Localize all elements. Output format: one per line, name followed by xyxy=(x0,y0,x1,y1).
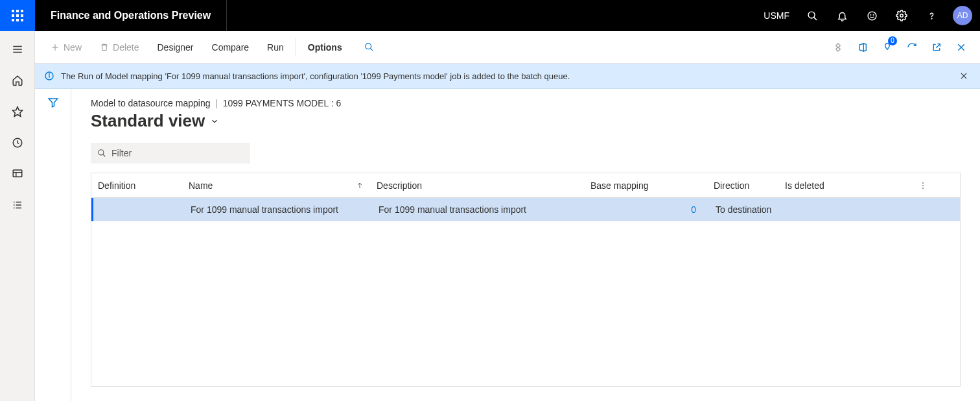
avatar[interactable]: AD xyxy=(953,6,972,25)
banner-close-button[interactable] xyxy=(957,69,971,83)
svg-point-38 xyxy=(922,188,924,189)
col-direction[interactable]: Direction xyxy=(707,180,778,191)
popout-icon xyxy=(931,42,942,53)
cell-description: For 1099 manual transactions import xyxy=(372,204,586,215)
notifications-button[interactable] xyxy=(828,0,856,31)
close-icon xyxy=(959,71,968,80)
trash-icon xyxy=(100,43,109,52)
nav-workspaces-button[interactable] xyxy=(0,160,35,188)
col-name[interactable]: Name xyxy=(182,180,370,191)
nav-home-button[interactable] xyxy=(0,66,35,95)
svg-point-4 xyxy=(873,14,874,15)
svg-point-6 xyxy=(931,18,932,19)
search-icon xyxy=(364,42,374,52)
modules-icon xyxy=(12,199,23,211)
svg-point-23 xyxy=(366,43,371,49)
smiley-icon xyxy=(867,10,878,21)
col-base-mapping[interactable]: Base mapping xyxy=(584,180,707,191)
gear-icon xyxy=(896,10,907,21)
data-grid: Definition Name Description Base mapping… xyxy=(91,173,961,387)
breadcrumb-page: Model to datasource mapping xyxy=(91,98,210,108)
nav-modules-button[interactable] xyxy=(0,191,35,219)
breadcrumb-context: 1099 PAYMENTS MODEL : 6 xyxy=(223,98,342,108)
chevron-down-icon xyxy=(210,117,219,126)
pin-button[interactable]: 0 xyxy=(876,31,898,64)
settings-button[interactable] xyxy=(888,0,915,31)
breadcrumb: Model to datasource mapping | 1099 PAYME… xyxy=(91,98,961,108)
view-selector[interactable]: Standard view xyxy=(91,111,961,131)
office-button[interactable] xyxy=(852,31,874,64)
search-icon xyxy=(807,10,818,21)
plus-icon xyxy=(51,43,60,52)
more-vertical-icon xyxy=(918,181,928,190)
app-title: Finance and Operations Preview xyxy=(35,0,227,31)
svg-line-1 xyxy=(813,17,816,19)
popout-button[interactable] xyxy=(926,31,948,64)
compare-button[interactable]: Compare xyxy=(204,31,257,64)
new-button[interactable]: New xyxy=(43,31,89,64)
delete-label: Delete xyxy=(113,42,139,53)
nav-menu-button[interactable] xyxy=(0,35,35,64)
home-icon xyxy=(12,75,23,86)
svg-point-36 xyxy=(922,182,924,184)
grid-header: Definition Name Description Base mapping… xyxy=(91,173,960,198)
close-icon xyxy=(956,42,966,53)
office-icon xyxy=(858,42,868,53)
run-button[interactable]: Run xyxy=(259,31,292,64)
svg-rect-12 xyxy=(13,170,22,177)
help-button[interactable] xyxy=(918,0,945,31)
col-description[interactable]: Description xyxy=(370,180,584,191)
search-icon xyxy=(97,149,106,158)
pin-badge: 0 xyxy=(888,36,897,45)
table-row[interactable]: For 1099 manual transactions import For … xyxy=(91,198,960,221)
quick-filter[interactable] xyxy=(91,143,250,164)
col-definition[interactable]: Definition xyxy=(91,180,182,191)
waffle-icon xyxy=(12,10,23,21)
svg-point-5 xyxy=(900,14,904,18)
refresh-button[interactable] xyxy=(901,31,923,64)
info-banner: The Run of Model mapping 'For 1099 manua… xyxy=(35,64,980,89)
cell-direction: To destination xyxy=(709,204,780,215)
nav-recent-button[interactable] xyxy=(0,128,35,157)
svg-point-2 xyxy=(868,12,876,20)
svg-point-3 xyxy=(870,14,871,15)
feedback-button[interactable] xyxy=(858,0,885,31)
svg-marker-10 xyxy=(12,107,22,117)
designer-button[interactable]: Designer xyxy=(149,31,201,64)
filter-rail xyxy=(35,89,71,401)
new-label: New xyxy=(64,42,82,53)
delete-button[interactable]: Delete xyxy=(92,31,146,64)
col-is-deleted[interactable]: Is deleted xyxy=(778,180,895,191)
options-button[interactable]: Options xyxy=(300,31,350,64)
cell-name: For 1099 manual transactions import xyxy=(184,204,372,215)
star-icon xyxy=(12,106,23,117)
bell-icon xyxy=(837,10,848,21)
workspace-icon xyxy=(12,168,23,180)
cell-base-mapping[interactable]: 0 xyxy=(586,204,709,215)
svg-line-34 xyxy=(103,154,106,157)
app-launcher-button[interactable] xyxy=(0,0,35,31)
svg-point-29 xyxy=(49,74,50,75)
info-icon xyxy=(44,71,54,81)
nav-favorites-button[interactable] xyxy=(0,97,35,126)
company-code[interactable]: USMF xyxy=(757,10,796,21)
attachments-button[interactable] xyxy=(827,31,849,64)
svg-line-24 xyxy=(370,48,373,51)
refresh-icon xyxy=(907,42,917,53)
funnel-icon xyxy=(47,97,59,108)
banner-message: The Run of Model mapping 'For 1099 manua… xyxy=(61,71,570,81)
hamburger-icon xyxy=(12,43,23,55)
close-button[interactable] xyxy=(950,31,972,64)
actionbar-search-button[interactable] xyxy=(353,31,386,64)
view-title: Standard view xyxy=(91,111,205,131)
search-button[interactable] xyxy=(799,0,826,31)
sort-asc-icon xyxy=(356,182,364,189)
filter-pane-toggle[interactable] xyxy=(47,97,59,401)
clock-icon xyxy=(12,137,23,149)
nav-sidebar xyxy=(0,31,35,401)
quick-filter-input[interactable] xyxy=(111,148,244,158)
svg-point-37 xyxy=(922,185,924,186)
grid-more-button[interactable] xyxy=(895,181,934,190)
svg-marker-32 xyxy=(49,99,58,107)
action-bar: New Delete Designer Compare Run Options xyxy=(35,31,980,64)
